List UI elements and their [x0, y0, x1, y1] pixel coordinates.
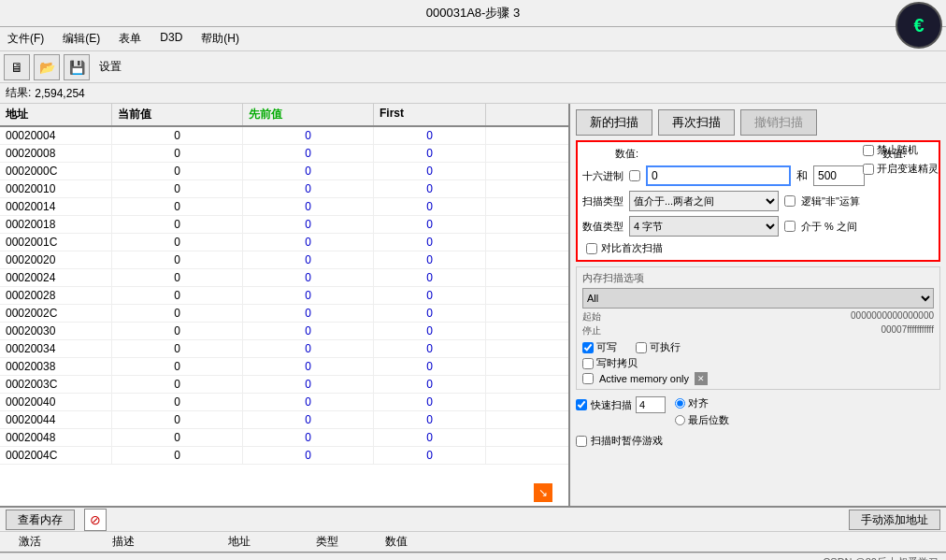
scroll-down-arrow[interactable]: ↘: [534, 483, 552, 502]
between-pct-label: 介于 % 之间: [801, 220, 857, 234]
logic-not-label: 逻辑"非"运算: [801, 194, 860, 208]
new-scan-button[interactable]: 新的扫描: [576, 109, 652, 136]
menu-file[interactable]: 文件(F): [4, 29, 48, 49]
align-radio[interactable]: [675, 398, 685, 409]
table-cell-3: 0: [374, 180, 486, 197]
table-cell-1: 0: [112, 163, 243, 179]
copy-on-write-checkbox[interactable]: [582, 358, 594, 369]
compare-first-label: 对比首次扫描: [601, 241, 663, 255]
table-cell-1: 0: [112, 323, 243, 339]
hex-checkbox[interactable]: [629, 170, 640, 181]
menu-edit[interactable]: 编辑(E): [59, 29, 104, 49]
between-pct-checkbox[interactable]: [784, 221, 796, 232]
cancel-scan-button[interactable]: 撤销扫描: [740, 109, 817, 136]
table-row[interactable]: 0002001C000: [0, 234, 568, 251]
table-row[interactable]: 00020024000: [0, 269, 568, 287]
fast-scan-label: 快速扫描: [591, 398, 632, 412]
rescan-button[interactable]: 再次扫描: [658, 109, 735, 136]
value-input-1[interactable]: [646, 165, 791, 186]
memory-dropdown[interactable]: All: [582, 288, 934, 309]
table-row[interactable]: 0002002C000: [0, 305, 568, 323]
table-cell-0: 00020028: [0, 287, 112, 304]
bth-active: 激活: [4, 532, 56, 552]
right-panel: 新的扫描 再次扫描 撤销扫描 数值: 数值: 十六进制 和 扫描类型: [570, 104, 946, 506]
data-type-select[interactable]: 4 字节: [629, 216, 779, 237]
left-panel: 地址 当前值 先前值 First 00020004000000200080000…: [0, 104, 570, 506]
table-cell-2: 0: [243, 198, 374, 215]
toolbar: 🖥 📂 💾 设置: [0, 51, 946, 83]
table-row[interactable]: 00020048000: [0, 429, 568, 447]
compare-first-checkbox[interactable]: [586, 243, 597, 254]
table-row[interactable]: 0002003C000: [0, 376, 568, 394]
table-cell-0: 0002004C: [0, 447, 112, 464]
scan-type-select[interactable]: 值介于...两者之间: [629, 191, 779, 211]
logic-not-checkbox[interactable]: [784, 195, 796, 207]
table-row[interactable]: 00020040000: [0, 394, 568, 411]
bth-value: 数值: [366, 532, 426, 552]
active-memory-close-btn[interactable]: ✕: [695, 372, 708, 385]
enable-turbo-checkbox[interactable]: [863, 164, 874, 175]
pause-game-checkbox[interactable]: [576, 436, 587, 447]
table-row[interactable]: 00020038000: [0, 358, 568, 376]
table-row[interactable]: 00020004000: [0, 127, 568, 145]
table-row[interactable]: 00020014000: [0, 198, 568, 216]
last-digit-radio[interactable]: [675, 415, 685, 425]
disable-random-checkbox[interactable]: [863, 145, 874, 156]
table-row[interactable]: 00020034000: [0, 340, 568, 358]
fast-scan-value-input[interactable]: [636, 396, 666, 413]
results-label: 结果:: [6, 85, 31, 101]
table-row[interactable]: 00020008000: [0, 145, 568, 163]
table-cell-1: 0: [112, 234, 243, 251]
table-cell-1: 0: [112, 216, 243, 233]
bottom-table-header: 激活 描述 地址 类型 数值: [0, 532, 946, 553]
table-cell-3: 0: [374, 429, 486, 446]
last-digit-label: 最后位数: [688, 413, 729, 427]
app-logo: €: [896, 2, 942, 49]
table-row[interactable]: 00020028000: [0, 287, 568, 305]
table-cell-2: 0: [243, 358, 374, 375]
table-cell-2: 0: [243, 127, 374, 144]
table-row[interactable]: 00020018000: [0, 216, 568, 234]
menu-table[interactable]: 表单: [115, 29, 145, 49]
settings-label[interactable]: 设置: [99, 59, 122, 75]
executable-row: 可执行: [636, 340, 681, 354]
table-cell-3: 0: [374, 376, 486, 393]
menu-d3d[interactable]: D3D: [156, 29, 186, 49]
col-header-first: First: [374, 104, 486, 125]
executable-checkbox[interactable]: [636, 342, 647, 353]
cancel-icon-button[interactable]: ⊘: [84, 509, 107, 531]
table-cell-3: 0: [374, 198, 486, 215]
table-cell-1: 0: [112, 411, 243, 428]
view-memory-button[interactable]: 查看内存: [6, 510, 75, 530]
table-cell-1: 0: [112, 287, 243, 304]
table-cell-2: 0: [243, 376, 374, 393]
value-input-2[interactable]: [813, 165, 865, 186]
table-cell-0: 00020008: [0, 145, 112, 162]
right-options: 禁止随机 开启变速精灵: [863, 143, 939, 176]
table-cell-1: 0: [112, 180, 243, 197]
fast-scan-checkbox[interactable]: [576, 399, 587, 410]
table-row[interactable]: 00020030000: [0, 323, 568, 340]
toolbar-upload-btn[interactable]: 📂: [34, 54, 60, 80]
table-cell-1: 0: [112, 251, 243, 268]
col-header-current: 当前值: [112, 104, 243, 125]
table-row[interactable]: 00020044000: [0, 411, 568, 429]
writable-label: 可写: [596, 340, 617, 354]
table-cell-2: 0: [243, 447, 374, 464]
copy-on-write-label: 写时拷贝: [596, 356, 638, 370]
table-row[interactable]: 0002000C000: [0, 163, 568, 180]
scan-buttons-row: 新的扫描 再次扫描 撤销扫描: [576, 109, 940, 136]
table-cell-3: 0: [374, 269, 486, 286]
pause-game-label: 扫描时暂停游戏: [591, 434, 663, 448]
active-memory-checkbox[interactable]: [582, 373, 594, 384]
toolbar-monitor-btn[interactable]: 🖥: [4, 54, 30, 80]
writable-checkbox[interactable]: [582, 342, 594, 353]
toolbar-save-btn[interactable]: 💾: [64, 54, 90, 80]
table-cell-0: 00020024: [0, 269, 112, 286]
table-row[interactable]: 00020010000: [0, 180, 568, 198]
menu-help[interactable]: 帮助(H): [197, 29, 243, 49]
add-address-button[interactable]: 手动添加地址: [849, 510, 940, 530]
table-row[interactable]: 00020020000: [0, 251, 568, 269]
memory-options-label: 内存扫描选项: [582, 271, 934, 285]
table-row[interactable]: 0002004C000: [0, 447, 568, 465]
